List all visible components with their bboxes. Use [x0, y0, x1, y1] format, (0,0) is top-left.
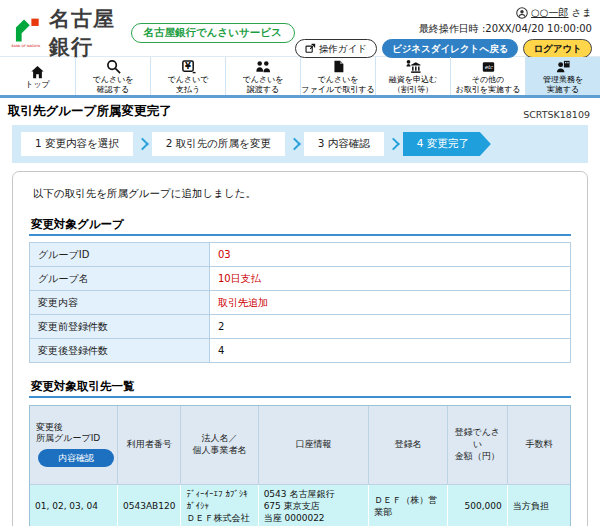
nav-admin-tasks-label: 管理業務を 実施する: [543, 75, 583, 94]
count-after-value: 4: [210, 339, 571, 363]
operation-guide-label: 操作ガイド: [319, 44, 367, 54]
col-amount-header: 登録でんさい 金額（円）: [448, 406, 508, 485]
bank-loan-icon: [405, 59, 421, 74]
file-icon: [332, 59, 345, 74]
step-2-change-affiliation: 2 取引先の所属を変更: [152, 132, 285, 156]
partner-group-ids: 01, 02, 03, 04: [30, 485, 118, 526]
search-icon: [106, 59, 121, 74]
bank-logo: BANK OF NAGOYA: [10, 17, 42, 48]
group-id-label: グループID: [30, 243, 210, 267]
count-before-label: 変更前登録件数: [30, 315, 210, 339]
group-section-title: 変更対象グループ: [29, 217, 571, 236]
nav-transfer-densai[interactable]: でんさいを 譲渡する: [225, 57, 300, 95]
nav-loan-apply[interactable]: 融資を申込む （割引等）: [375, 57, 450, 95]
content-confirm-button[interactable]: 内容確認: [38, 449, 114, 467]
group-id-value: 03: [210, 243, 571, 267]
nav-other-transactions-label: その他の お取引を実施する: [456, 75, 521, 94]
partners-section-title: 変更対象取引先一覧: [29, 379, 571, 398]
operation-guide-button[interactable]: 操作ガイド: [295, 39, 377, 58]
admin-person-icon: [555, 59, 571, 74]
page-title: 取引先グループ所属変更完了: [8, 103, 171, 120]
transfer-people-icon: [255, 59, 271, 74]
nav-pay-densai-label: でんさいで 支払う: [168, 75, 209, 94]
svg-text:¥: ¥: [185, 62, 191, 72]
external-link-icon: [305, 43, 316, 54]
count-before-value: 2: [210, 315, 571, 339]
nav-admin-tasks[interactable]: 管理業務を 実施する: [525, 57, 600, 95]
user-name-link[interactable]: ○○一郎: [531, 6, 568, 20]
svg-text:etc: etc: [484, 65, 493, 71]
change-type-value: 取引先追加: [210, 291, 571, 315]
header-right: ○○一郎 さま 最終操作日時 :20XX/04/20 10:00:00 操作ガイ…: [295, 5, 592, 54]
bank-name: 名古屋銀行: [49, 5, 118, 61]
col-corp-name-header: 法人名／ 個人事業者名: [181, 406, 258, 485]
partner-fee: 当方負担: [508, 485, 570, 526]
home-icon: [30, 64, 45, 79]
table-row: グループ名 10日支払: [30, 267, 571, 291]
nav-top[interactable]: トップ: [0, 57, 75, 95]
group-name-label: グループ名: [30, 267, 210, 291]
table-row: 変更前登録件数 2: [30, 315, 571, 339]
main-nav: トップ でんさいを 確認する ¥ でんさいで 支払う でんさいを 譲渡する でん…: [0, 56, 600, 98]
nav-pay-densai[interactable]: ¥ でんさいで 支払う: [150, 57, 225, 95]
nav-file-transaction-label: でんさいを ファイルで取引する: [301, 75, 374, 94]
nav-confirm-densai[interactable]: でんさいを 確認する: [75, 57, 150, 95]
content-box: 以下の取引先を所属グループに追加しました。 変更対象グループ グループID 03…: [12, 171, 588, 526]
col-group-ids-header-label: 変更後 所属グループID: [36, 422, 100, 444]
partners-table: 変更後 所属グループID 内容確認 利用者番号 法人名／ 個人事業者名 口座情報…: [29, 405, 571, 526]
user-icon: [516, 7, 528, 19]
business-direct-back-button[interactable]: ビジネスダイレクトへ戻る: [382, 39, 518, 58]
brand: BANK OF NAGOYA 名古屋銀行 名古屋銀行でんさいサービス: [10, 5, 295, 54]
nav-other-transactions[interactable]: etc その他の お取引を実施する: [450, 57, 525, 95]
yen-pay-icon: ¥: [181, 59, 196, 74]
partner-row: 01, 02, 03, 04 0543AB120 ﾃﾞｨｰｲｰｴﾌ ｶﾌﾞｼｷｶ…: [30, 485, 570, 526]
partner-registered-name: ＤＥＦ（株）営業部: [369, 485, 448, 526]
col-registered-name-header: 登録名: [369, 406, 448, 485]
step-4-complete: 4 変更完了: [403, 132, 491, 156]
user-suffix: さま: [572, 6, 592, 20]
nav-top-label: トップ: [25, 80, 50, 90]
change-type-label: 変更内容: [30, 291, 210, 315]
col-fee-header: 手数料: [508, 406, 570, 485]
result-message: 以下の取引先を所属グループに追加しました。: [33, 187, 573, 201]
partner-user-no: 0543AB120: [118, 485, 181, 526]
table-row: 変更内容 取引先追加: [30, 291, 571, 315]
nav-file-transaction[interactable]: でんさいを ファイルで取引する: [300, 57, 375, 95]
count-after-label: 変更後登録件数: [30, 339, 210, 363]
partner-account-info: 0543 名古屋銀行 675 東京支店 当座 0000022: [259, 485, 370, 526]
nav-confirm-densai-label: でんさいを 確認する: [93, 75, 134, 94]
header-buttons: 操作ガイド ビジネスダイレクトへ戻る ログアウト: [295, 39, 592, 58]
logout-button[interactable]: ログアウト: [523, 39, 592, 58]
screen-id: SCRTSK18109: [523, 109, 590, 120]
partner-amount: 500,000: [448, 485, 508, 526]
step-3-confirm: 3 内容確認: [304, 132, 384, 156]
table-row: 変更後登録件数 4: [30, 339, 571, 363]
step-1-select-change: 1 変更内容を選択: [21, 132, 133, 156]
service-badge: 名古屋銀行でんさいサービス: [131, 23, 295, 43]
col-account-header: 口座情報: [259, 406, 370, 485]
partners-header-row: 変更後 所属グループID 内容確認 利用者番号 法人名／ 個人事業者名 口座情報…: [30, 406, 570, 485]
bank-logo-caption: BANK OF NAGOYA: [12, 44, 41, 48]
header: BANK OF NAGOYA 名古屋銀行 名古屋銀行でんさいサービス ○○一郎 …: [0, 0, 600, 56]
nav-loan-apply-label: 融資を申込む （割引等）: [389, 75, 437, 94]
col-user-no-header: 利用者番号: [118, 406, 181, 485]
last-operation-timestamp: 最終操作日時 :20XX/04/20 10:00:00: [419, 22, 592, 36]
group-name-value: 10日支払: [210, 267, 571, 291]
bank-logo-icon: [13, 17, 40, 43]
partner-corp-name: ﾃﾞｨｰｲｰｴﾌ ｶﾌﾞｼｷｶﾞｲｼｬ ＤＥＦ株式会社: [181, 485, 258, 526]
nav-transfer-densai-label: でんさいを 譲渡する: [243, 75, 284, 94]
title-row: 取引先グループ所属変更完了 SCRTSK18109: [0, 98, 600, 123]
wizard-steps: 1 変更内容を選択 2 取引先の所属を変更 3 内容確認 4 変更完了: [12, 125, 588, 163]
etc-icon: etc: [481, 59, 496, 74]
user-line: ○○一郎 さま: [516, 6, 592, 20]
table-row: グループID 03: [30, 243, 571, 267]
col-group-ids-header: 変更後 所属グループID 内容確認: [30, 406, 118, 485]
group-table: グループID 03 グループ名 10日支払 変更内容 取引先追加 変更前登録件数…: [29, 242, 571, 363]
